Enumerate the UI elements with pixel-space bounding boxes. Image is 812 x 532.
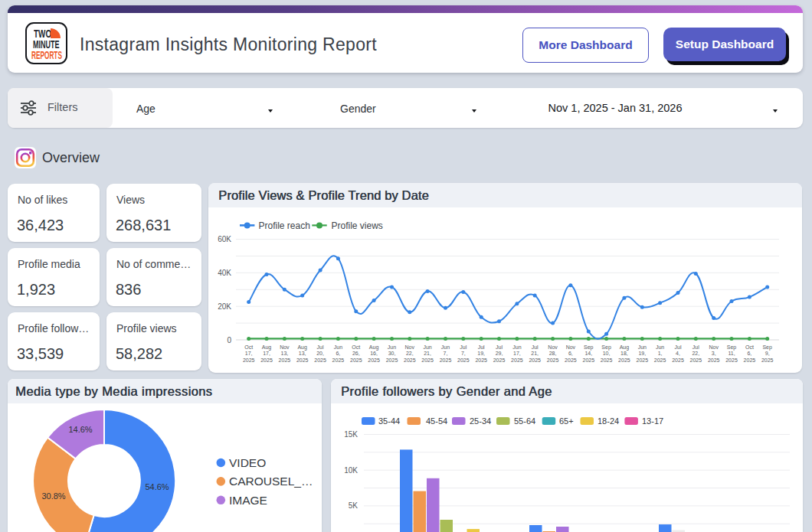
svg-text:Jun: Jun <box>512 344 521 350</box>
svg-text:2025: 2025 <box>386 357 398 363</box>
svg-text:2025: 2025 <box>547 357 559 363</box>
svg-text:7,: 7, <box>461 351 466 356</box>
svg-text:2025: 2025 <box>279 357 291 363</box>
svg-text:22,: 22, <box>406 351 414 356</box>
svg-text:2025: 2025 <box>618 357 630 363</box>
svg-text:2025: 2025 <box>296 357 309 363</box>
svg-text:2025: 2025 <box>421 357 434 363</box>
svg-text:2025: 2025 <box>583 357 595 363</box>
svg-text:65+: 65+ <box>559 416 574 426</box>
svg-text:Sep: Sep <box>727 344 737 351</box>
svg-text:30,: 30, <box>388 351 396 356</box>
svg-text:2025: 2025 <box>457 357 470 363</box>
svg-text:45-54: 45-54 <box>426 416 447 426</box>
svg-text:2025: 2025 <box>654 357 666 363</box>
svg-text:17,: 17, <box>245 351 253 356</box>
svg-text:2025: 2025 <box>404 357 416 363</box>
svg-text:7,: 7, <box>444 351 448 356</box>
svg-text:Profile reach: Profile reach <box>259 220 310 231</box>
svg-text:Jul: Jul <box>317 344 324 350</box>
svg-text:30.8%: 30.8% <box>41 491 65 501</box>
svg-text:Jul: Jul <box>496 344 503 350</box>
svg-text:Aug: Aug <box>620 344 630 351</box>
svg-text:2025: 2025 <box>350 357 362 363</box>
svg-text:29,: 29, <box>496 351 503 356</box>
svg-text:Sep: Sep <box>601 344 611 351</box>
svg-text:17,: 17, <box>513 351 521 356</box>
svg-text:9,: 9, <box>765 351 770 356</box>
svg-text:2025: 2025 <box>601 357 613 363</box>
svg-text:Jun: Jun <box>423 344 431 350</box>
svg-text:28,: 28, <box>549 351 557 356</box>
svg-text:2025: 2025 <box>529 357 541 363</box>
svg-text:Oct: Oct <box>244 344 253 350</box>
svg-text:Jul: Jul <box>532 344 539 350</box>
svg-text:2025: 2025 <box>475 357 487 363</box>
svg-text:26,: 26, <box>352 351 360 356</box>
svg-text:Aug: Aug <box>297 344 307 351</box>
svg-text:21,: 21, <box>424 351 431 356</box>
svg-text:Jul: Jul <box>675 344 682 350</box>
svg-text:2025: 2025 <box>243 357 255 363</box>
svg-text:2025: 2025 <box>511 357 523 363</box>
svg-text:13,: 13, <box>281 351 289 356</box>
svg-text:2025: 2025 <box>332 357 345 363</box>
svg-text:40K: 40K <box>218 269 231 277</box>
svg-text:0: 0 <box>227 336 231 344</box>
svg-text:Jun: Jun <box>388 344 396 350</box>
svg-text:14,: 14, <box>584 351 592 356</box>
svg-text:Nov: Nov <box>280 344 290 350</box>
svg-text:Oct: Oct <box>352 344 360 350</box>
svg-text:6,: 6, <box>568 351 573 356</box>
svg-text:35-44: 35-44 <box>378 416 400 426</box>
svg-text:2025: 2025 <box>440 357 452 363</box>
svg-text:Profile views: Profile views <box>332 220 383 231</box>
svg-text:2025: 2025 <box>493 357 506 363</box>
svg-text:17,: 17, <box>263 351 270 356</box>
svg-text:2025: 2025 <box>565 357 577 363</box>
svg-text:Jun: Jun <box>656 344 664 350</box>
svg-text:IMAGE: IMAGE <box>229 494 267 507</box>
svg-text:Jul: Jul <box>460 344 467 350</box>
svg-text:13,: 13, <box>299 351 306 356</box>
svg-text:2025: 2025 <box>761 357 774 363</box>
svg-text:Aug: Aug <box>262 344 272 351</box>
svg-text:20K: 20K <box>218 302 231 311</box>
svg-text:Jul: Jul <box>478 344 485 350</box>
svg-text:2025: 2025 <box>690 357 702 363</box>
svg-text:14.6%: 14.6% <box>68 425 92 434</box>
svg-text:60K: 60K <box>218 235 231 243</box>
svg-text:11,: 11, <box>728 351 735 356</box>
svg-text:2025: 2025 <box>744 357 756 363</box>
svg-text:Aug: Aug <box>369 344 379 351</box>
svg-text:20,: 20, <box>316 351 324 356</box>
svg-text:15K: 15K <box>344 430 358 439</box>
svg-text:1,: 1, <box>658 351 663 356</box>
svg-text:25-34: 25-34 <box>470 416 491 426</box>
svg-text:Nov: Nov <box>548 344 558 350</box>
svg-text:2025: 2025 <box>708 357 720 363</box>
svg-text:VIDEO: VIDEO <box>229 456 266 469</box>
svg-text:4,: 4, <box>676 351 680 356</box>
svg-text:2025: 2025 <box>672 357 684 363</box>
svg-text:Nov: Nov <box>405 344 415 350</box>
svg-text:Jun: Jun <box>638 344 647 350</box>
svg-text:2025: 2025 <box>314 357 326 363</box>
svg-text:19,: 19, <box>638 351 646 356</box>
svg-text:Jun: Jun <box>441 344 450 350</box>
svg-text:Sep: Sep <box>762 344 772 351</box>
svg-text:19,: 19, <box>477 351 485 356</box>
svg-text:Jun: Jun <box>334 344 342 350</box>
svg-text:21,: 21, <box>531 351 539 356</box>
svg-text:Sep: Sep <box>584 344 594 351</box>
svg-text:54.6%: 54.6% <box>145 482 169 491</box>
svg-text:22,: 22, <box>692 351 699 356</box>
svg-text:18,: 18, <box>620 351 628 356</box>
svg-text:2025: 2025 <box>368 357 380 363</box>
svg-text:5K: 5K <box>349 501 359 510</box>
svg-text:CAROUSEL_…: CAROUSEL_… <box>229 475 313 488</box>
svg-text:10,: 10, <box>603 351 611 356</box>
svg-text:3,: 3, <box>712 351 716 356</box>
svg-text:6,: 6, <box>336 351 340 356</box>
svg-text:2025: 2025 <box>260 357 273 363</box>
